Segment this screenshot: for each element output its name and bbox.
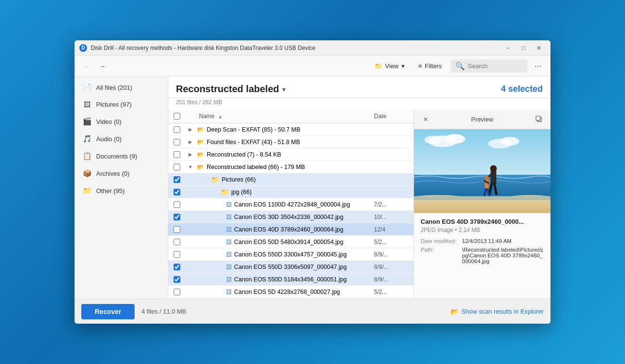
- more-button[interactable]: ⋯: [531, 60, 545, 73]
- view-button[interactable]: 📁 View ▾: [370, 61, 410, 72]
- sidebar-item-all-files[interactable]: 📄 All files (201): [75, 79, 168, 96]
- row-check: [168, 214, 186, 220]
- group-icon: 📂: [197, 139, 204, 146]
- file-name-cell: ▼ 📁 Pictures (66): [205, 176, 370, 183]
- folder-icon: 📁: [211, 176, 219, 183]
- row-checkbox[interactable]: [174, 214, 180, 220]
- show-in-explorer-link[interactable]: 📂 Show scan results in Explorer: [450, 308, 544, 315]
- file-name-label: Canon EOS 5D 4228x2768_000027.jpg: [234, 289, 340, 295]
- expand-icon[interactable]: ▶: [186, 152, 195, 157]
- preview-close-button[interactable]: ✕: [420, 113, 431, 125]
- row-check: [168, 176, 186, 183]
- row-check: [168, 226, 186, 233]
- sort-arrow-icon: ▲: [218, 114, 223, 119]
- table-row[interactable]: ▼ 📁 jpg (66): [168, 186, 413, 198]
- file-date-cell: 8/9/...: [370, 251, 413, 258]
- row-checkbox[interactable]: [174, 139, 180, 146]
- table-row[interactable]: 🖼 Canon EOS 5D 4228x2768_000027.jpg 5/2.…: [168, 286, 413, 298]
- row-checkbox[interactable]: [174, 226, 180, 233]
- sidebar-item-audio[interactable]: 🎵 Audio (0): [75, 130, 168, 147]
- table-row[interactable]: ▶ 📂 Deep Scan - EXFAT (85) - 50.7 MB: [168, 123, 413, 136]
- app-icon: D: [79, 44, 87, 52]
- search-icon: 🔍: [455, 61, 465, 71]
- maximize-button[interactable]: □: [517, 43, 530, 53]
- name-col-label: Name: [199, 113, 214, 120]
- file-date-cell: 8/9/...: [370, 264, 413, 270]
- row-checkbox[interactable]: [174, 276, 180, 283]
- table-row[interactable]: 🖼 Canon EOS 40D 3789x2460_000064.jpg 12/…: [168, 223, 413, 236]
- table-row[interactable]: ▼ 📁 Pictures (66): [168, 173, 413, 186]
- filters-button[interactable]: ≡ Filters: [413, 61, 447, 72]
- minimize-button[interactable]: −: [501, 43, 515, 53]
- expand-icon[interactable]: ▶: [186, 139, 195, 145]
- row-checkbox[interactable]: [174, 164, 180, 170]
- select-all-checkbox[interactable]: [174, 113, 180, 120]
- view-label: View: [385, 62, 399, 70]
- sidebar-archives-label: Archives (0): [96, 170, 129, 177]
- table-row[interactable]: 🖼 Canon EOS 550D 5184x3456_000051.jpg 8/…: [168, 273, 413, 286]
- preview-copy-button[interactable]: [533, 113, 545, 125]
- table-row[interactable]: ▶ 📂 Reconstructed (7) - 8.54 KB: [168, 148, 413, 161]
- back-button[interactable]: ←: [80, 60, 94, 73]
- row-checkbox[interactable]: [174, 289, 180, 295]
- path-value: \Reconstructed labeled\Pictures\jpg\Cano…: [462, 247, 544, 264]
- file-icon: 🖼: [226, 276, 232, 283]
- file-name-cell: 📂 Reconstructed labeled (66) - 179 MB: [195, 164, 370, 170]
- file-date-cell: 5/2...: [370, 289, 413, 295]
- row-checkbox[interactable]: [174, 126, 180, 133]
- expand-icon[interactable]: ▼: [205, 177, 209, 182]
- search-box[interactable]: 🔍: [450, 60, 527, 73]
- forward-button[interactable]: →: [96, 60, 109, 73]
- sidebar-all-files-label: All files (201): [96, 84, 132, 91]
- selected-badge: 4 selected: [501, 84, 543, 94]
- table-row[interactable]: 🖼 Canon EOS 30D 3504x2336_000042.jpg 10/…: [168, 211, 413, 223]
- sidebar-item-other[interactable]: 📁 Other (95): [75, 182, 168, 199]
- preview-filename: Canon EOS 40D 3789x2460_0000...: [421, 218, 544, 225]
- folder-icon: 📁: [221, 188, 229, 196]
- title-dropdown-icon[interactable]: ▾: [282, 85, 286, 93]
- footer: Recover 4 files / 11.0 MB 📂 Show scan re…: [75, 299, 550, 324]
- expand-icon[interactable]: ▶: [186, 127, 195, 132]
- sidebar-item-documents[interactable]: 📋 Documents (9): [75, 147, 168, 165]
- row-checkbox[interactable]: [174, 189, 180, 195]
- row-checkbox[interactable]: [174, 264, 180, 270]
- footer-info: 4 files / 11.0 MB: [141, 308, 186, 315]
- header-name-col[interactable]: Name ▲: [195, 111, 370, 121]
- file-icon: 🖼: [226, 214, 232, 220]
- table-row[interactable]: 🖼 Canon EOS 550D 3306x5097_000047.jpg 8/…: [168, 261, 413, 273]
- row-check: [168, 201, 186, 208]
- table-row[interactable]: ▼ 📂 Reconstructed labeled (66) - 179 MB: [168, 161, 413, 173]
- all-files-icon: 📄: [83, 83, 91, 92]
- recover-button[interactable]: Recover: [81, 304, 135, 319]
- header-date-col[interactable]: Date: [370, 111, 413, 121]
- svg-rect-10: [414, 196, 550, 200]
- row-check: [168, 189, 186, 195]
- file-name-cell: 📂 Found files - EXFAT (43) - 51.8 MB: [195, 139, 370, 146]
- filter-icon: ≡: [418, 62, 422, 70]
- row-checkbox[interactable]: [174, 201, 180, 208]
- table-row[interactable]: 🖼 Canon EOS 550D 3300x4757_000045.jpg 8/…: [168, 248, 413, 261]
- row-checkbox[interactable]: [174, 239, 180, 245]
- table-row[interactable]: ▶ 📂 Found files - EXFAT (43) - 51.8 MB: [168, 136, 413, 148]
- sidebar-item-video[interactable]: 🎬 Video (0): [75, 113, 168, 130]
- expand-icon[interactable]: ▼: [214, 189, 218, 194]
- explorer-label: Show scan results in Explorer: [462, 308, 544, 315]
- file-name-cell: 🖼 Canon EOS 50D 5480x3914_000054.jpg: [224, 239, 370, 245]
- svg-point-12: [490, 165, 497, 172]
- row-checkbox[interactable]: [174, 176, 180, 183]
- search-input[interactable]: [468, 62, 523, 70]
- file-name-cell: ▼ 📁 jpg (66): [214, 188, 370, 196]
- expand-icon[interactable]: ▼: [186, 164, 195, 170]
- file-name-label: Reconstructed (7) - 8.54 KB: [207, 151, 281, 158]
- row-checkbox[interactable]: [174, 251, 180, 258]
- sidebar-item-pictures[interactable]: 🖼 Pictures (97): [75, 96, 168, 113]
- table-row[interactable]: 🖼 Canon EOS 50D 5480x3914_000054.jpg 5/2…: [168, 236, 413, 248]
- table-row[interactable]: 🖼 Canon EOS 1100D 4272x2848_000004.jpg 7…: [168, 198, 413, 211]
- row-checkbox[interactable]: [174, 151, 180, 158]
- sidebar-item-archives[interactable]: 📦 Archives (0): [75, 165, 168, 182]
- video-icon: 🎬: [83, 117, 91, 126]
- sidebar-audio-label: Audio (0): [96, 135, 122, 143]
- close-button[interactable]: ✕: [532, 43, 546, 53]
- file-icon: 🖼: [226, 226, 232, 233]
- group-icon: 📂: [197, 126, 204, 133]
